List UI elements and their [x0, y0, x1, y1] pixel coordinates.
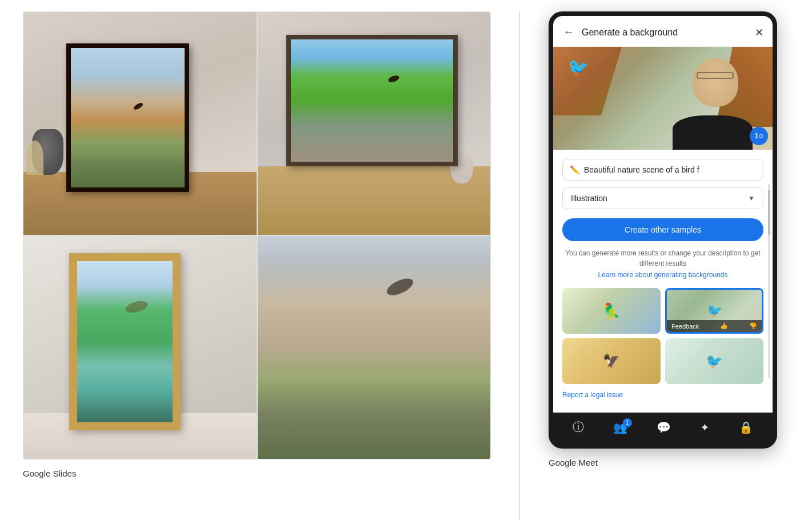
- chat-icon: 💬: [657, 421, 671, 434]
- slide-cell-3[interactable]: [23, 236, 257, 459]
- back-button[interactable]: ←: [562, 25, 575, 39]
- google-slides-caption: Google Slides: [23, 464, 491, 478]
- create-samples-button[interactable]: Create other samples: [562, 218, 763, 241]
- thumb-1-bird-icon: 🦜: [602, 302, 621, 320]
- thumbnail-grid: 🦜 🐦 Feedback 👍 👎: [562, 288, 763, 384]
- thumbs-down-icon[interactable]: 👎: [749, 322, 757, 330]
- thumbnail-2-selected[interactable]: 🐦 Feedback 👍 👎: [665, 288, 763, 334]
- learn-more-link[interactable]: Learn more about generating backgrounds: [562, 271, 763, 279]
- lock-icon: 🔒: [739, 421, 753, 434]
- info-icon: ⓘ: [573, 419, 584, 435]
- meet-phone-frame: ← Generate a background ✕ 🐦: [549, 11, 777, 449]
- nav-security-button[interactable]: 🔒: [739, 421, 753, 434]
- panel-header: ← Generate a background ✕: [553, 16, 773, 47]
- thumbnail-3[interactable]: 🦅: [562, 338, 661, 384]
- activities-icon: ✦: [700, 421, 710, 434]
- video-preview: 🐦 1 ⬡: [553, 47, 773, 150]
- panel-title: Generate a background: [582, 27, 748, 38]
- people-badge: 1: [623, 418, 632, 427]
- thumb-4-bird-icon: 🐦: [706, 353, 723, 369]
- google-meet-caption: Google Meet: [549, 453, 777, 467]
- slide-cell-1[interactable]: [23, 12, 257, 235]
- slide-cell-2[interactable]: [258, 12, 491, 235]
- legal-link[interactable]: Report a legal issue: [562, 391, 763, 403]
- thumbs-up-icon[interactable]: 👍: [720, 322, 728, 330]
- bird-in-video: 🐦: [567, 57, 589, 77]
- background-description-input[interactable]: Beautiful nature scene of a bird f: [584, 165, 756, 174]
- video-badge: 1 ⬡: [750, 127, 768, 145]
- style-select-row[interactable]: Illustration ▼: [562, 187, 763, 209]
- google-meet-section: ← Generate a background ✕ 🐦: [549, 11, 777, 467]
- style-label: Illustration: [571, 194, 607, 203]
- google-slides-section: Google Slides: [23, 11, 491, 478]
- hint-text: You can generate more results or change …: [562, 248, 763, 269]
- nav-info-button[interactable]: ⓘ: [573, 419, 584, 435]
- thumbnail-1[interactable]: 🦜: [562, 288, 661, 334]
- thumbnail-4[interactable]: 🐦: [665, 338, 763, 384]
- thumb-3-bird-icon: 🦅: [603, 353, 620, 369]
- slide-cell-4[interactable]: [258, 236, 491, 459]
- close-button[interactable]: ✕: [755, 26, 763, 39]
- feedback-overlay: Feedback 👍 👎: [667, 320, 762, 332]
- nav-chat-button[interactable]: 💬: [657, 421, 671, 434]
- panel-content: ✏️ Beautiful nature scene of a bird f Il…: [553, 150, 773, 413]
- nav-people-button[interactable]: 👥 1: [613, 421, 627, 434]
- slides-container: [23, 11, 491, 459]
- text-input-row[interactable]: ✏️ Beautiful nature scene of a bird f: [562, 159, 763, 181]
- dropdown-arrow-icon: ▼: [748, 194, 755, 202]
- scrollbar[interactable]: [768, 184, 770, 378]
- section-divider: [519, 11, 520, 521]
- slides-grid: [23, 12, 490, 459]
- nav-activities-button[interactable]: ✦: [700, 421, 710, 434]
- thumb-2-bird-icon: 🐦: [707, 303, 722, 318]
- feedback-label: Feedback: [671, 323, 699, 330]
- edit-icon: ✏️: [570, 165, 579, 174]
- bottom-nav: ⓘ 👥 1 💬 ✦ 🔒: [553, 413, 773, 444]
- generate-panel: ← Generate a background ✕ 🐦: [553, 16, 773, 413]
